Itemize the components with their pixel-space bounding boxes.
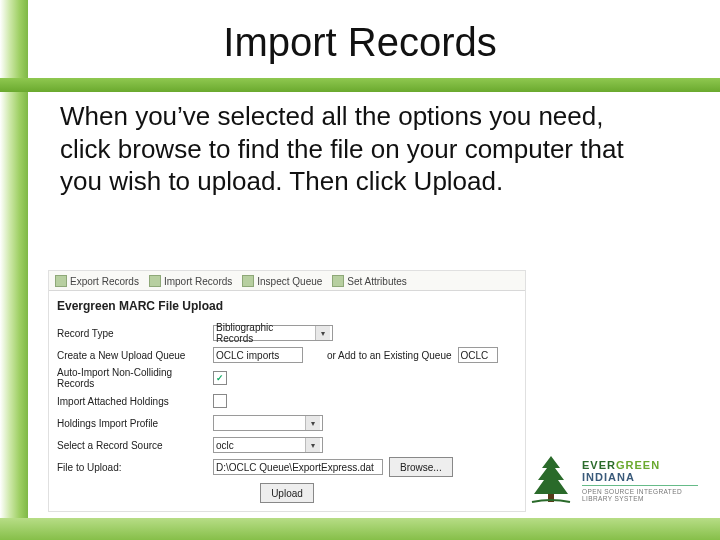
doc-icon — [242, 275, 254, 287]
existing-queue-select[interactable]: OCLC — [458, 347, 498, 363]
chevron-down-icon: ▾ — [315, 326, 330, 340]
doc-icon — [332, 275, 344, 287]
logo-tagline: OPEN SOURCE INTEGRATED LIBRARY SYSTEM — [582, 485, 698, 502]
tab-label: Export Records — [70, 276, 139, 287]
chevron-down-icon: ▾ — [305, 438, 320, 452]
select-value: Bibliographic Records — [216, 322, 311, 344]
app-heading: Evergreen MARC File Upload — [49, 291, 525, 319]
holdings-profile-select[interactable]: ▾ — [213, 415, 323, 431]
import-holdings-label: Import Attached Holdings — [57, 396, 207, 407]
select-value: oclc — [216, 440, 234, 451]
doc-icon — [149, 275, 161, 287]
new-queue-label: Create a New Upload Queue — [57, 350, 207, 361]
tab-export-records[interactable]: Export Records — [55, 275, 139, 287]
import-holdings-checkbox[interactable] — [213, 394, 227, 408]
tab-label: Import Records — [164, 276, 232, 287]
file-label: File to Upload: — [57, 462, 207, 473]
auto-import-checkbox[interactable]: ✓ — [213, 371, 227, 385]
chevron-down-icon: ▾ — [305, 416, 320, 430]
upload-button[interactable]: Upload — [260, 483, 314, 503]
logo-wordmark: EVERGREEN INDIANA — [582, 459, 698, 483]
tab-label: Inspect Queue — [257, 276, 322, 287]
tab-set-attributes[interactable]: Set Attributes — [332, 275, 406, 287]
file-path-input[interactable]: D:\OCLC Queue\ExportExpress.dat — [213, 459, 383, 475]
tab-import-records[interactable]: Import Records — [149, 275, 232, 287]
record-source-label: Select a Record Source — [57, 440, 207, 451]
app-tab-bar: Export Records Import Records Inspect Qu… — [49, 271, 525, 291]
auto-import-label: Auto-Import Non-Colliding Records — [57, 367, 207, 389]
doc-icon — [55, 275, 67, 287]
record-type-label: Record Type — [57, 328, 207, 339]
record-type-select[interactable]: Bibliographic Records ▾ — [213, 325, 333, 341]
select-value: OCLC — [461, 350, 489, 361]
tree-icon — [528, 454, 574, 506]
record-source-select[interactable]: oclc ▾ — [213, 437, 323, 453]
existing-queue-label: or Add to an Existing Queue — [327, 350, 452, 361]
decor-bottom-band — [0, 518, 720, 540]
slide-title: Import Records — [0, 20, 720, 65]
slide-body: When you’ve selected all the options you… — [60, 100, 660, 198]
browse-button[interactable]: Browse... — [389, 457, 453, 477]
app-screenshot: Export Records Import Records Inspect Qu… — [48, 270, 526, 512]
evergreen-logo: EVERGREEN INDIANA OPEN SOURCE INTEGRATED… — [528, 450, 698, 510]
holdings-profile-label: Holdings Import Profile — [57, 418, 207, 429]
upload-form: Record Type Bibliographic Records ▾ Crea… — [49, 319, 525, 511]
new-queue-input[interactable]: OCLC imports — [213, 347, 303, 363]
decor-top-band — [0, 78, 720, 92]
tab-label: Set Attributes — [347, 276, 406, 287]
tab-inspect-queue[interactable]: Inspect Queue — [242, 275, 322, 287]
